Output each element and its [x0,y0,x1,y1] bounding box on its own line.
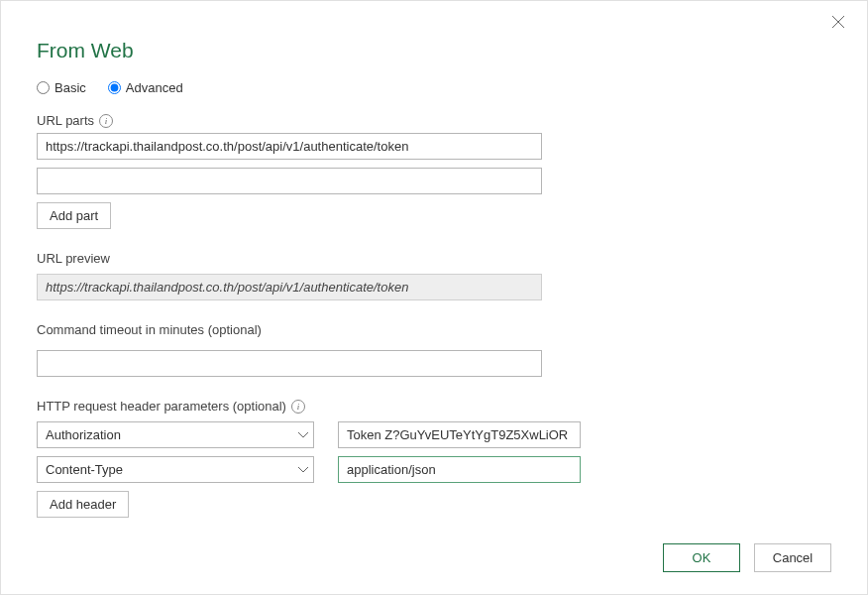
radio-basic-input[interactable] [37,81,50,94]
info-icon: i [291,400,305,414]
header-value-input-1[interactable] [338,456,581,483]
url-part-input-0[interactable] [37,133,542,160]
radio-basic-label: Basic [54,80,86,95]
url-parts-list [37,133,831,194]
header-name-combo-0[interactable] [37,421,314,448]
add-header-button[interactable]: Add header [37,491,129,518]
header-name-combo-1[interactable] [37,456,314,483]
url-parts-label-row: URL parts i [37,113,831,128]
headers-label: HTTP request header parameters (optional… [37,399,286,414]
headers-label-row: HTTP request header parameters (optional… [37,399,831,414]
header-row-0 [37,421,831,448]
header-row-1 [37,456,831,483]
radio-advanced[interactable]: Advanced [108,80,183,95]
url-preview-label: URL preview [37,251,831,266]
url-parts-label: URL parts [37,113,94,128]
radio-advanced-label: Advanced [126,80,183,95]
url-preview-box: https://trackapi.thailandpost.co.th/post… [37,274,542,300]
radio-basic[interactable]: Basic [37,80,86,95]
info-icon: i [99,114,113,128]
header-value-input-0[interactable] [338,421,581,448]
cancel-button[interactable]: Cancel [754,543,831,572]
radio-advanced-input[interactable] [108,81,121,94]
add-part-button[interactable]: Add part [37,202,111,229]
close-button[interactable] [831,15,849,33]
dialog-footer: OK Cancel [663,543,831,572]
header-name-input-0[interactable] [37,421,314,448]
timeout-input[interactable] [37,350,542,377]
dialog-title: From Web [37,39,831,62]
close-icon [831,15,845,29]
header-name-input-1[interactable] [37,456,314,483]
url-part-input-1[interactable] [37,168,542,194]
mode-radio-group: Basic Advanced [37,80,831,95]
timeout-label: Command timeout in minutes (optional) [37,322,831,337]
ok-button[interactable]: OK [663,543,740,572]
